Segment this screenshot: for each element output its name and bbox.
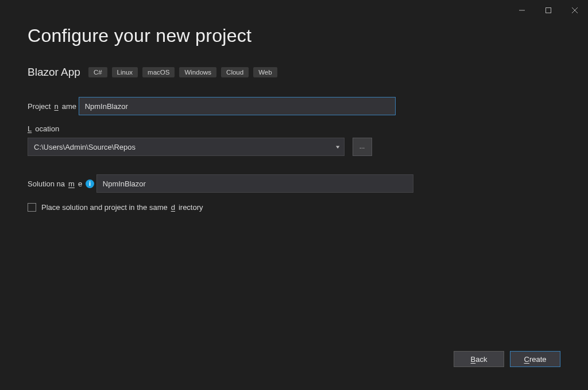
solution-name-label: Solution name i bbox=[28, 180, 94, 188]
footer-buttons: Back Create bbox=[454, 351, 560, 367]
label-text: ack bbox=[475, 355, 487, 364]
label-text: ame bbox=[62, 102, 76, 111]
label-mnemonic: m bbox=[68, 180, 75, 188]
same-directory-label: Place solution and project in the same d… bbox=[41, 203, 203, 212]
solution-name-input[interactable] bbox=[96, 174, 413, 193]
back-button[interactable]: Back bbox=[454, 351, 504, 367]
template-tag: Cloud bbox=[221, 67, 249, 77]
template-name: Blazor App bbox=[28, 66, 80, 79]
project-name-label: Project name bbox=[28, 102, 76, 111]
label-mnemonic: d bbox=[171, 203, 175, 212]
label-text: Place solution and project in the same bbox=[41, 203, 168, 212]
location-label: Location bbox=[28, 124, 59, 133]
template-tag: Linux bbox=[112, 67, 138, 77]
maximize-button[interactable] bbox=[535, 3, 562, 17]
template-tag: macOS bbox=[142, 67, 175, 77]
solution-name-group: Solution name i bbox=[28, 170, 560, 193]
location-value: C:\Users\Admin\Source\Repos bbox=[34, 143, 136, 151]
template-row: Blazor App C# Linux macOS Windows Cloud … bbox=[28, 66, 560, 79]
page-title: Configure your new project bbox=[28, 25, 560, 46]
template-tag: Web bbox=[253, 67, 277, 77]
template-tag: C# bbox=[88, 67, 107, 77]
project-name-input[interactable] bbox=[79, 97, 396, 115]
content-area: Configure your new project Blazor App C#… bbox=[0, 0, 588, 212]
minimize-button[interactable] bbox=[509, 3, 535, 17]
label-text: Solution na bbox=[28, 180, 65, 188]
create-button[interactable]: Create bbox=[510, 351, 560, 367]
label-text: ocation bbox=[35, 124, 59, 133]
ellipsis-icon: … bbox=[359, 143, 366, 150]
label-text: e bbox=[78, 180, 82, 188]
svg-rect-1 bbox=[546, 8, 551, 13]
same-directory-checkbox[interactable] bbox=[28, 203, 36, 212]
chevron-down-icon: ▾ bbox=[336, 144, 340, 150]
project-name-group: Project name bbox=[28, 92, 560, 115]
titlebar bbox=[509, 0, 588, 17]
label-mnemonic: L bbox=[28, 124, 32, 133]
close-button[interactable] bbox=[562, 3, 588, 17]
template-tag: Windows bbox=[179, 67, 216, 77]
location-row: C:\Users\Admin\Source\Repos ▾ … bbox=[28, 138, 560, 156]
label-mnemonic: C bbox=[524, 355, 529, 364]
location-combobox[interactable]: C:\Users\Admin\Source\Repos ▾ bbox=[28, 138, 345, 156]
info-icon[interactable]: i bbox=[86, 180, 94, 188]
tag-row: C# Linux macOS Windows Cloud Web bbox=[88, 67, 277, 77]
label-mnemonic: B bbox=[471, 355, 476, 364]
label-text: irectory bbox=[179, 203, 203, 212]
maximize-icon bbox=[546, 7, 551, 13]
minimize-icon bbox=[519, 7, 525, 13]
label-text: reate bbox=[529, 355, 547, 364]
label-mnemonic: n bbox=[54, 102, 58, 111]
location-group: Location C:\Users\Admin\Source\Repos ▾ … bbox=[28, 124, 560, 156]
close-icon bbox=[572, 7, 578, 13]
browse-button[interactable]: … bbox=[353, 138, 372, 156]
same-directory-row: Place solution and project in the same d… bbox=[28, 203, 560, 212]
label-text: Project bbox=[28, 102, 51, 111]
